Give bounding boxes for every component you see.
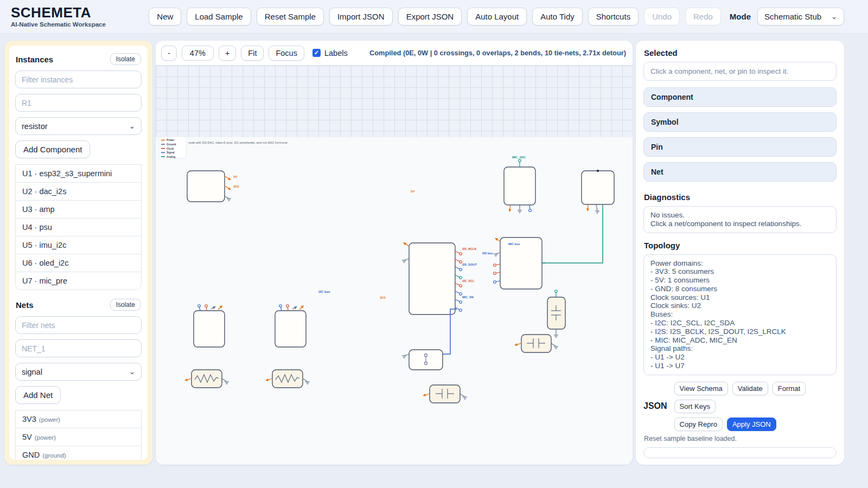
schematic-canvas[interactable]: PowerGroundClockSignalAnalognode with I2… — [156, 66, 633, 465]
pin-circle[interactable] — [519, 159, 521, 162]
pin-circle[interactable] — [494, 264, 496, 267]
topology-line: - I2S: I2S_BCLK, I2S_DOUT, I2S_LRCLK — [650, 328, 829, 336]
nets-header: Nets Isolate — [16, 299, 141, 311]
main-layout: Instances Isolate resistor ⌄ Add Compone… — [0, 34, 868, 458]
header-button[interactable]: Auto Layout — [467, 8, 527, 25]
pin-circle[interactable] — [459, 309, 462, 312]
pin-circle[interactable] — [459, 301, 462, 304]
pin-circle[interactable] — [286, 305, 289, 307]
net-row[interactable]: GND(ground) — [15, 446, 142, 460]
schematic-component[interactable] — [430, 385, 460, 403]
instance-row[interactable]: U5 · imu_i2c — [15, 236, 142, 254]
schematic-component[interactable] — [275, 311, 306, 347]
header-button[interactable]: Shortcuts — [588, 8, 639, 25]
schematic-component[interactable] — [192, 370, 222, 388]
checkbox-checked-icon[interactable]: ✓ — [312, 49, 321, 57]
net-name-input[interactable] — [15, 339, 142, 357]
header-button[interactable]: Reset Sample — [257, 8, 324, 25]
pin-circle[interactable] — [459, 268, 462, 271]
header-button[interactable]: Load Sample — [187, 8, 251, 25]
header-toolbar: NewLoad SampleReset SampleImport JSONExp… — [149, 8, 844, 25]
schematic-component[interactable] — [187, 171, 225, 202]
schematic-viewport[interactable]: PowerGroundClockSignalAnalognode with I2… — [156, 66, 633, 465]
pin-circle[interactable] — [459, 285, 462, 287]
instance-row[interactable]: U7 · mic_pre — [15, 272, 142, 290]
schematic-component[interactable] — [547, 297, 565, 329]
schematic-wire[interactable] — [542, 204, 603, 263]
undo-button[interactable]: Undo — [644, 8, 680, 25]
labels-toggle[interactable]: ✓ Labels — [312, 49, 348, 57]
header-button[interactable]: Auto Tidy — [532, 8, 583, 25]
json-title: JSON — [643, 401, 667, 411]
instances-filter-input[interactable] — [15, 70, 142, 88]
schematic-component[interactable] — [500, 237, 542, 289]
copy-repro-button[interactable]: Copy Repro — [674, 418, 723, 431]
selected-section-button[interactable]: Net — [643, 162, 837, 182]
instance-ref-input[interactable] — [15, 94, 142, 112]
selected-section-button[interactable]: Pin — [643, 137, 837, 157]
instance-type-select[interactable]: resistor ⌄ — [15, 117, 142, 135]
json-action-button[interactable]: Format — [773, 382, 806, 395]
redo-button[interactable]: Redo — [685, 8, 721, 25]
pin-circle[interactable] — [205, 305, 208, 307]
schematic-component[interactable] — [504, 167, 535, 205]
net-type-select[interactable]: signal ⌄ — [15, 363, 142, 381]
mode-select-value: Schematic Stub — [764, 12, 821, 21]
instances-title: Instances — [16, 55, 53, 64]
pin-circle[interactable] — [198, 305, 201, 307]
pin-circle[interactable] — [459, 261, 462, 264]
pin-circle[interactable] — [494, 272, 496, 275]
schematic-component[interactable] — [582, 171, 614, 204]
topology-line: - 5V: 1 consumers — [650, 276, 829, 285]
topology-line: Buses: — [650, 310, 829, 319]
pin-circle[interactable] — [459, 293, 462, 296]
schematic-component[interactable] — [272, 370, 303, 388]
power-arrow-icon — [265, 378, 269, 381]
add-component-button[interactable]: Add Component — [15, 140, 90, 158]
selected-section-button[interactable]: Component — [643, 87, 837, 107]
ground-pin-stub — [225, 196, 229, 198]
instances-isolate-button[interactable]: Isolate — [110, 53, 141, 65]
instance-row[interactable]: U3 · amp — [15, 200, 142, 219]
nets-filter-input[interactable] — [15, 316, 142, 334]
net-label: MIC_EN — [462, 296, 474, 299]
pin-circle[interactable] — [494, 281, 496, 284]
add-net-button[interactable]: Add Net — [15, 386, 61, 404]
schematic-component[interactable] — [194, 311, 225, 347]
json-code-editor[interactable]: { "meta": { "title": "ESP32 Smart Audio … — [643, 447, 837, 458]
instance-row[interactable]: U4 · psu — [15, 218, 142, 236]
instance-row[interactable]: U2 · dac_i2s — [15, 182, 142, 201]
legend-label: Ground — [167, 143, 176, 146]
json-action-button[interactable]: Sort Keys — [674, 400, 716, 413]
zoom-out-button[interactable]: - — [161, 46, 177, 61]
net-kind: (power) — [39, 416, 60, 423]
schematic-component[interactable] — [521, 335, 551, 352]
net-label: I2S_BCLK — [462, 247, 477, 251]
pin-circle[interactable] — [529, 209, 532, 212]
net-kind: (ground) — [42, 452, 66, 459]
json-action-button[interactable]: View Schema — [674, 382, 728, 395]
zoom-in-button[interactable]: + — [219, 46, 236, 61]
selected-hint: Click a component, net, or pin to inspec… — [643, 62, 837, 81]
schematic-wire[interactable] — [443, 309, 457, 354]
header-button[interactable]: Import JSON — [329, 8, 393, 25]
pin-circle[interactable] — [459, 253, 462, 255]
nets-isolate-button[interactable]: Isolate — [110, 299, 141, 311]
net-row[interactable]: 5V(power) — [15, 428, 142, 446]
ground-pin-stub — [596, 204, 597, 211]
focus-button[interactable]: Focus — [269, 46, 304, 61]
apply-json-button[interactable]: Apply JSON — [727, 418, 776, 431]
selected-section-button[interactable]: Symbol — [643, 112, 837, 132]
fit-button[interactable]: Fit — [241, 46, 264, 61]
net-row[interactable]: 3V3(power) — [15, 410, 142, 428]
json-action-button[interactable]: Validate — [732, 382, 768, 395]
instance-row[interactable]: U6 · oled_i2c — [15, 254, 142, 272]
header-button[interactable]: Export JSON — [398, 8, 462, 25]
header-button[interactable]: New — [149, 8, 181, 25]
schematic-component[interactable] — [409, 243, 455, 314]
pin-circle[interactable] — [279, 305, 282, 307]
instance-row[interactable]: U1 · esp32_s3_supermini — [15, 164, 142, 183]
mode-select[interactable]: Schematic Stub ⌄ — [757, 8, 844, 25]
pin-circle[interactable] — [555, 290, 558, 293]
pin-circle[interactable] — [459, 277, 462, 279]
